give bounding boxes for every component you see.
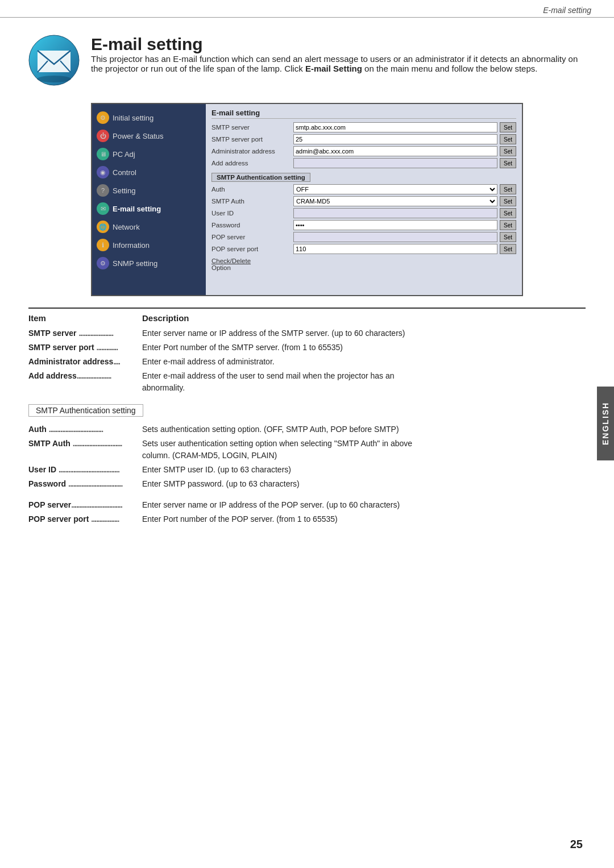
desc-smtp-port: SMTP server port ............. Enter Por… <box>28 342 586 354</box>
sidebar-item-initial[interactable]: ⚙ Initial setting <box>92 109 206 127</box>
right-panel: E-mail setting SMTP server Set SMTP serv… <box>206 104 522 295</box>
desc-smtp-server: SMTP server ..................... Enter … <box>28 327 586 339</box>
add-address-label: Add address <box>211 160 291 167</box>
auth-select[interactable]: OFF SMTP Auth POP before SMTP <box>293 184 497 194</box>
user-id-input[interactable] <box>293 208 497 218</box>
pop-port-row: POP server port Set <box>211 244 516 254</box>
sidebar-item-information[interactable]: ℹ Information <box>92 236 206 254</box>
desc-smtp-server-item: SMTP server ..................... <box>28 327 142 339</box>
sidebar-item-power[interactable]: ⏻ Power & Status <box>92 127 206 145</box>
desc-header: Item Description <box>28 313 586 323</box>
smtp-port-row: SMTP server port Set <box>211 134 516 144</box>
sidebar-label-information: Information <box>113 241 150 250</box>
desc-smtp-port-item: SMTP server port ............. <box>28 342 142 354</box>
col-desc-header: Description <box>142 313 586 323</box>
pop-port-set-button[interactable]: Set <box>500 244 516 254</box>
pop-server-set-button[interactable]: Set <box>500 232 516 242</box>
user-id-row: User ID Set <box>211 208 516 218</box>
desc-pop-server-desc: Enter server name or IP address of the P… <box>142 499 586 511</box>
smtp-auth-row: SMTP Auth CRAM-MD5 LOGIN PLAIN Set <box>211 196 516 206</box>
desc-pop-server: POP server..............................… <box>28 499 586 511</box>
pop-server-input[interactable] <box>293 232 497 242</box>
desc-password-desc: Enter SMTP password. (up to 63 character… <box>142 478 586 490</box>
desc-pop-port: POP server port ................. Enter … <box>28 513 586 525</box>
network-icon: 🌐 <box>97 221 109 233</box>
sidebar-label-network: Network <box>113 223 140 231</box>
auth-row: Auth OFF SMTP Auth POP before SMTP Set <box>211 184 516 194</box>
option-link[interactable]: Option <box>211 264 516 271</box>
sidebar-item-snmp[interactable]: ⚙ SNMP setting <box>92 254 206 272</box>
setting-icon: ? <box>97 184 109 197</box>
desc-auth: Auth ................................. S… <box>28 423 586 435</box>
sidebar-label-pc: PC Adj <box>113 150 135 159</box>
desc-password: Password ...............................… <box>28 478 586 490</box>
desc-pop-port-desc: Enter Port number of the POP server. (fr… <box>142 513 586 525</box>
password-label: Password <box>211 222 291 229</box>
pop-server-row: POP server Set <box>211 232 516 242</box>
email-icon <box>28 35 80 86</box>
desc-smtp-auth: SMTP Auth ..............................… <box>28 438 586 462</box>
information-icon: ℹ <box>97 239 109 251</box>
sidebar-label-setting: Setting <box>113 186 135 195</box>
check-delete-link[interactable]: Check/Delete <box>211 258 516 264</box>
smtp-server-set-button[interactable]: Set <box>500 122 516 132</box>
control-icon: ◉ <box>97 166 109 178</box>
password-input[interactable] <box>293 220 497 230</box>
admin-address-set-button[interactable]: Set <box>500 146 516 156</box>
password-row: Password Set <box>211 220 516 230</box>
smtp-auth-select[interactable]: CRAM-MD5 LOGIN PLAIN <box>293 196 497 206</box>
sidebar-item-email[interactable]: ✉ E-mail setting <box>92 200 206 218</box>
desc-user-id: User ID ................................… <box>28 464 586 476</box>
sidebar-label-control: Control <box>113 168 136 177</box>
smtp-auth-set-button[interactable]: Set <box>500 196 516 206</box>
desc-add-item: Add address..................... <box>28 370 142 382</box>
svg-point-4 <box>37 76 71 82</box>
add-address-input[interactable] <box>293 158 497 168</box>
sidebar: ⚙ Initial setting ⏻ Power & Status 🖥 PC … <box>92 104 206 295</box>
snmp-icon: ⚙ <box>97 257 109 269</box>
password-set-button[interactable]: Set <box>500 220 516 230</box>
pc-icon: 🖥 <box>97 148 109 160</box>
pop-port-input[interactable] <box>293 244 497 254</box>
sidebar-item-pc[interactable]: 🖥 PC Adj <box>92 145 206 163</box>
auth-set-button[interactable]: Set <box>500 184 516 194</box>
user-id-set-button[interactable]: Set <box>500 208 516 218</box>
smtp-server-input[interactable] <box>293 122 497 132</box>
add-address-set-button[interactable]: Set <box>500 158 516 168</box>
sidebar-item-setting[interactable]: ? Setting <box>92 181 206 200</box>
page-header: E-mail setting <box>0 0 614 18</box>
smtp-port-input[interactable] <box>293 134 497 144</box>
admin-address-row: Administrator address Set <box>211 146 516 156</box>
auth-label: Auth <box>211 186 291 193</box>
english-label: ENGLISH <box>601 402 610 445</box>
page-title: E-mail setting <box>91 35 586 54</box>
desc-auth-item: Auth ................................. <box>28 423 142 435</box>
desc-smtp-port-desc: Enter Port number of the SMTP server. (f… <box>142 342 586 354</box>
description-section: Item Description SMTP server ...........… <box>28 308 586 525</box>
desc-pop-server-item: POP server..............................… <box>28 499 142 511</box>
smtp-server-label: SMTP server <box>211 124 291 131</box>
desc-admin-address: Administrator address.... Enter e-mail a… <box>28 356 586 368</box>
desc-smtp-auth-desc: Sets user authentication setting option … <box>142 438 586 462</box>
sidebar-item-control[interactable]: ◉ Control <box>92 163 206 181</box>
sidebar-label-power: Power & Status <box>113 132 164 140</box>
sidebar-item-network[interactable]: 🌐 Network <box>92 218 206 236</box>
admin-address-input[interactable] <box>293 146 497 156</box>
ui-panel: ⚙ Initial setting ⏻ Power & Status 🖥 PC … <box>91 103 523 296</box>
desc-smtp-server-desc: Enter server name or IP address of the S… <box>142 327 586 339</box>
title-text-block: E-mail setting This projector has an E-m… <box>91 35 586 73</box>
power-icon: ⏻ <box>97 130 109 142</box>
desc-auth-desc: Sets authentication setting option. (OFF… <box>142 423 586 435</box>
desc-pop-port-item: POP server port ................. <box>28 513 142 525</box>
intro-paragraph: This projector has an E-mail function wh… <box>91 54 586 73</box>
desc-user-id-desc: Enter SMTP user ID. (up to 63 characters… <box>142 464 586 476</box>
col-item-header: Item <box>28 313 142 323</box>
page-number: 25 <box>570 838 583 851</box>
smtp-auth-label: SMTP Auth <box>211 198 291 205</box>
add-address-row: Add address Set <box>211 158 516 168</box>
english-tab: ENGLISH <box>597 387 614 460</box>
smtp-auth-box-label: SMTP Authentication setting <box>28 404 143 417</box>
desc-smtp-auth-item: SMTP Auth .............................. <box>28 438 142 450</box>
smtp-port-set-button[interactable]: Set <box>500 134 516 144</box>
smtp-auth-section: SMTP Authentication setting Auth OFF SMT… <box>211 172 516 254</box>
